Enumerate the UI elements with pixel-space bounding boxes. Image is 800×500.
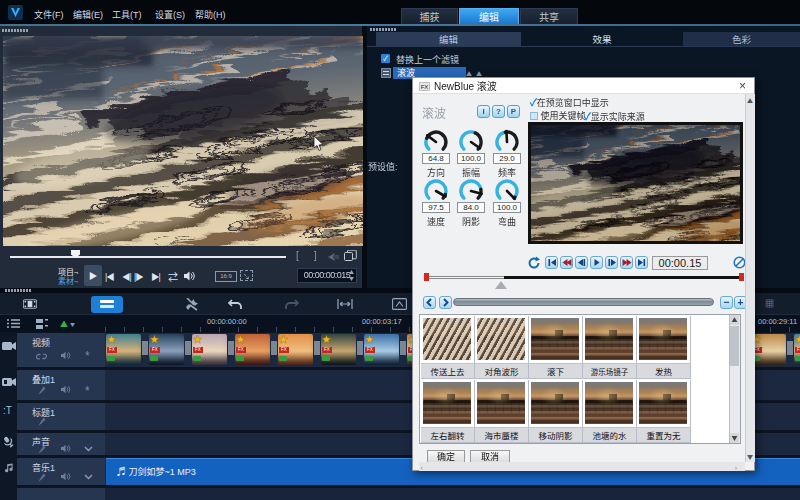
svg-text:FX: FX [421,84,429,90]
